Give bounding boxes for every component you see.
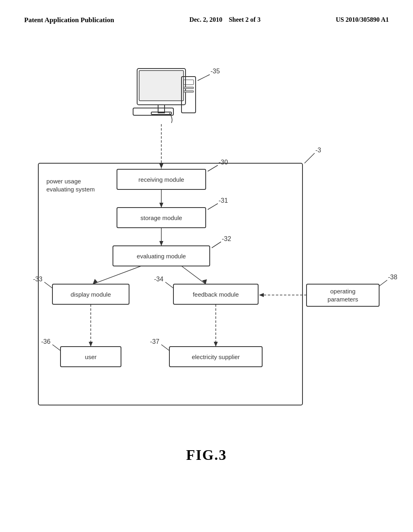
- svg-marker-12: [159, 164, 163, 168]
- svg-text:display module: display module: [71, 291, 111, 298]
- svg-marker-29: [159, 241, 163, 246]
- svg-text:-3: -3: [315, 147, 321, 154]
- svg-text:operating: operating: [330, 288, 356, 295]
- svg-line-20: [208, 165, 218, 171]
- svg-text:user: user: [85, 353, 96, 360]
- svg-line-44: [165, 282, 173, 288]
- svg-line-14: [305, 153, 315, 163]
- svg-line-26: [208, 204, 218, 210]
- svg-text:-30: -30: [219, 159, 228, 166]
- svg-text:evaluating system: evaluating system: [46, 186, 95, 193]
- svg-line-36: [181, 266, 206, 284]
- svg-text:-34: -34: [154, 276, 163, 283]
- svg-marker-23: [159, 203, 163, 208]
- svg-text:electricity supplier: electricity supplier: [192, 353, 240, 360]
- svg-line-34: [93, 266, 141, 284]
- svg-line-49: [379, 280, 387, 286]
- diagram-area: -35 -3 power usage evaluating system rec…: [0, 44, 413, 488]
- svg-line-9: [198, 75, 210, 81]
- svg-line-32: [212, 242, 221, 248]
- page-header: Patent Application Publication Dec. 2, 2…: [0, 0, 413, 32]
- svg-line-63: [161, 345, 169, 351]
- svg-text:-37: -37: [150, 338, 159, 345]
- svg-rect-8: [184, 91, 194, 92]
- svg-text:receiving module: receiving module: [138, 176, 184, 183]
- svg-text:parameters: parameters: [327, 296, 358, 303]
- header-date: Dec. 2, 2010: [189, 16, 222, 23]
- header-patent-number: US 2010/305890 A1: [336, 16, 389, 23]
- header-date-sheet: Dec. 2, 2010 Sheet 2 of 3: [189, 16, 260, 23]
- svg-marker-56: [214, 342, 218, 347]
- svg-text:-38: -38: [388, 274, 397, 281]
- svg-text:evaluating module: evaluating module: [137, 253, 186, 260]
- figure-label: FIG.3: [186, 447, 227, 463]
- svg-rect-1: [139, 71, 184, 101]
- header-publication-title: Patent Application Publication: [24, 16, 114, 24]
- svg-line-40: [44, 282, 52, 288]
- svg-text:storage module: storage module: [140, 214, 182, 221]
- svg-text:power usage: power usage: [46, 178, 81, 185]
- svg-text:-33: -33: [33, 276, 42, 283]
- svg-text:-35: -35: [211, 68, 220, 75]
- svg-text:feedback module: feedback module: [193, 291, 239, 298]
- svg-text:-31: -31: [219, 197, 228, 204]
- header-sheet: Sheet 2 of 3: [229, 16, 261, 23]
- svg-marker-52: [259, 293, 264, 297]
- svg-text:-32: -32: [222, 235, 231, 242]
- svg-text:-36: -36: [41, 338, 50, 345]
- svg-line-59: [52, 345, 60, 351]
- svg-marker-54: [89, 342, 93, 347]
- svg-rect-6: [184, 80, 194, 85]
- svg-rect-7: [184, 87, 194, 89]
